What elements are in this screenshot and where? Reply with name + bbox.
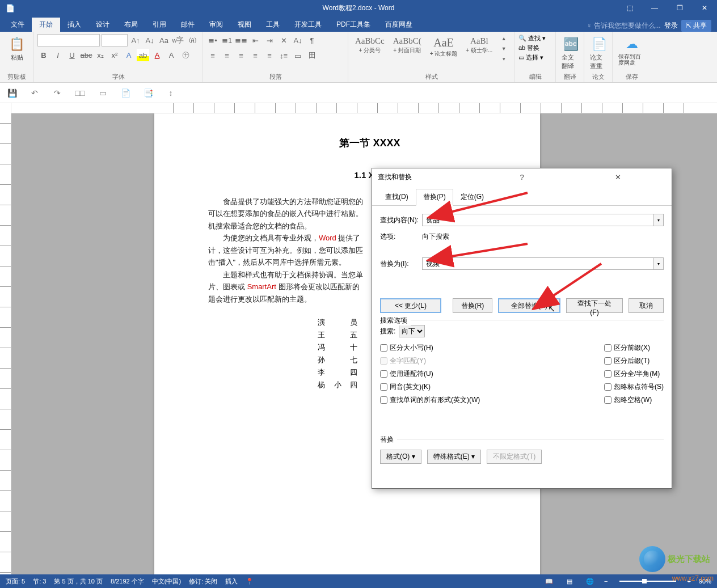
- tab-references[interactable]: 引用: [145, 18, 174, 32]
- view-print-icon[interactable]: ▤: [563, 576, 576, 586]
- maximize-button[interactable]: ❐: [667, 0, 692, 16]
- tab-replace[interactable]: 替换(P): [416, 189, 453, 206]
- font-name-select[interactable]: [37, 34, 100, 46]
- qat-icon-4[interactable]: 📑: [142, 87, 154, 99]
- styles-up-button[interactable]: ▲: [497, 34, 510, 43]
- strike-button[interactable]: abc: [80, 49, 92, 61]
- chk-punct[interactable]: 忽略标点符号(S): [604, 382, 664, 392]
- status-words[interactable]: 8/2192 个字: [111, 577, 144, 586]
- shading-button[interactable]: ▭: [292, 49, 304, 62]
- qat-icon-1[interactable]: □□: [74, 87, 86, 99]
- chk-space[interactable]: 忽略空格(W): [604, 395, 664, 405]
- replace-button[interactable]: ab 替换: [518, 44, 539, 52]
- style-item-3[interactable]: AaBl+ 硕士学...: [462, 34, 496, 57]
- clear-format-button[interactable]: 🄐: [186, 34, 199, 46]
- find-dropdown-icon[interactable]: ▾: [653, 214, 664, 226]
- font-color-button[interactable]: A: [151, 49, 163, 61]
- align-center-button[interactable]: ≡: [221, 49, 233, 62]
- translate-button[interactable]: 🔤全文翻译: [559, 34, 582, 71]
- style-item-2[interactable]: AaE+ 论文标题: [427, 34, 461, 60]
- subscript-button[interactable]: x₂: [94, 49, 107, 61]
- text-effect-button[interactable]: A: [123, 49, 135, 61]
- tab-insert[interactable]: 插入: [60, 18, 88, 32]
- asian-layout-button[interactable]: ✕: [277, 34, 290, 46]
- shrink-font-button[interactable]: A↓: [144, 34, 156, 46]
- view-web-icon[interactable]: 🌐: [584, 576, 596, 586]
- inc-indent-button[interactable]: ⇥: [263, 34, 276, 46]
- status-pageof[interactable]: 第 5 页，共 10 页: [54, 577, 103, 586]
- lunwen-button[interactable]: 📄论文查重: [588, 34, 610, 71]
- less-button[interactable]: << 更少(L): [380, 298, 441, 313]
- status-page[interactable]: 页面: 5: [6, 577, 25, 586]
- replace-input[interactable]: [422, 257, 653, 270]
- find-button[interactable]: 🔍 查找 ▾: [518, 34, 546, 43]
- ruler-horizontal[interactable]: [11, 103, 717, 113]
- tell-me-search[interactable]: ♀ 告诉我您想要做什么...: [587, 21, 660, 31]
- qat-icon-2[interactable]: ▭: [96, 87, 109, 99]
- share-button[interactable]: ⇱ 共享: [681, 20, 711, 32]
- dec-indent-button[interactable]: ⇤: [249, 34, 262, 46]
- find-next-button[interactable]: 查找下一处(F): [566, 298, 623, 313]
- tab-find[interactable]: 查找(D): [378, 189, 416, 205]
- styles-down-button[interactable]: ▼: [497, 44, 510, 53]
- tab-tools[interactable]: 工具: [259, 18, 287, 32]
- replace-one-button[interactable]: 替换(R): [453, 298, 492, 313]
- show-marks-button[interactable]: ¶: [306, 34, 318, 46]
- zoom-slider[interactable]: [619, 581, 676, 582]
- tab-home[interactable]: 开始: [32, 18, 60, 32]
- tab-layout[interactable]: 布局: [117, 18, 145, 32]
- minimize-button[interactable]: —: [642, 0, 667, 16]
- status-section[interactable]: 节: 3: [33, 577, 46, 586]
- paste-button[interactable]: 📋粘贴: [6, 34, 28, 63]
- chk-wordforms[interactable]: 查找单词的所有形式(英文)(W): [380, 395, 480, 405]
- chk-prefix[interactable]: 区分前缀(X): [604, 343, 664, 353]
- chk-suffix[interactable]: 区分后缀(T): [604, 356, 664, 366]
- status-insert[interactable]: 插入: [225, 577, 238, 586]
- cancel-button[interactable]: 取消: [629, 298, 664, 313]
- align-right-button[interactable]: ≡: [235, 49, 247, 62]
- search-dir-select[interactable]: 向下: [399, 325, 425, 337]
- highlight-button[interactable]: ab: [137, 49, 149, 61]
- styles-more-button[interactable]: ▾: [497, 54, 510, 64]
- bold-button[interactable]: B: [37, 49, 50, 61]
- grow-font-button[interactable]: A↑: [129, 34, 142, 46]
- phonetic-guide-button[interactable]: w字: [172, 34, 184, 46]
- baidu-save-button[interactable]: ☁保存到百度网盘: [616, 34, 648, 67]
- line-spacing-button[interactable]: ↕≡: [277, 49, 290, 62]
- dialog-close-button[interactable]: ✕: [570, 173, 666, 181]
- tab-review[interactable]: 审阅: [202, 18, 230, 32]
- undo-icon[interactable]: ↶: [28, 87, 41, 99]
- replace-dropdown-icon[interactable]: ▾: [653, 257, 664, 270]
- distribute-button[interactable]: ≡: [263, 49, 276, 62]
- align-left-button[interactable]: ≡: [206, 49, 219, 62]
- ribbon-options-icon[interactable]: ⬚: [617, 0, 642, 16]
- italic-button[interactable]: I: [52, 49, 64, 61]
- style-item-1[interactable]: AaBbC(+ 封面日期: [390, 34, 425, 57]
- font-size-select[interactable]: [102, 34, 128, 46]
- qat-icon-5[interactable]: ↕: [165, 87, 177, 99]
- numbering-button[interactable]: ≣1: [221, 34, 233, 46]
- change-case-button[interactable]: Aa: [158, 34, 170, 46]
- redo-icon[interactable]: ↷: [51, 87, 64, 99]
- select-button[interactable]: ▭ 选择 ▾: [518, 53, 543, 62]
- style-item-0[interactable]: AaBbCc+ 分类号: [352, 34, 388, 57]
- bullets-button[interactable]: ≣•: [206, 34, 219, 46]
- tab-mailings[interactable]: 邮件: [174, 18, 202, 32]
- format-button[interactable]: 格式(O) ▾: [380, 450, 421, 464]
- qat-icon-3[interactable]: 📄: [119, 87, 132, 99]
- tab-pdf[interactable]: PDF工具集: [329, 18, 378, 32]
- tab-design[interactable]: 设计: [88, 18, 117, 32]
- status-track[interactable]: 修订: 关闭: [189, 577, 217, 586]
- multilevel-button[interactable]: ≣≣: [235, 34, 247, 46]
- save-icon[interactable]: 💾: [6, 87, 18, 99]
- special-button[interactable]: 特殊格式(E) ▾: [427, 450, 481, 464]
- login-button[interactable]: 登录: [664, 21, 678, 31]
- dialog-help-button[interactable]: ?: [474, 173, 570, 181]
- tab-goto[interactable]: 定位(G): [453, 189, 491, 205]
- chk-soundslike[interactable]: 同音(英文)(K): [380, 382, 480, 392]
- zoom-out-button[interactable]: −: [604, 578, 608, 585]
- chk-wildcard[interactable]: 使用通配符(U): [380, 369, 480, 379]
- view-read-icon[interactable]: 📖: [543, 576, 555, 586]
- tab-view[interactable]: 视图: [230, 18, 259, 32]
- align-justify-button[interactable]: ≡: [249, 49, 262, 62]
